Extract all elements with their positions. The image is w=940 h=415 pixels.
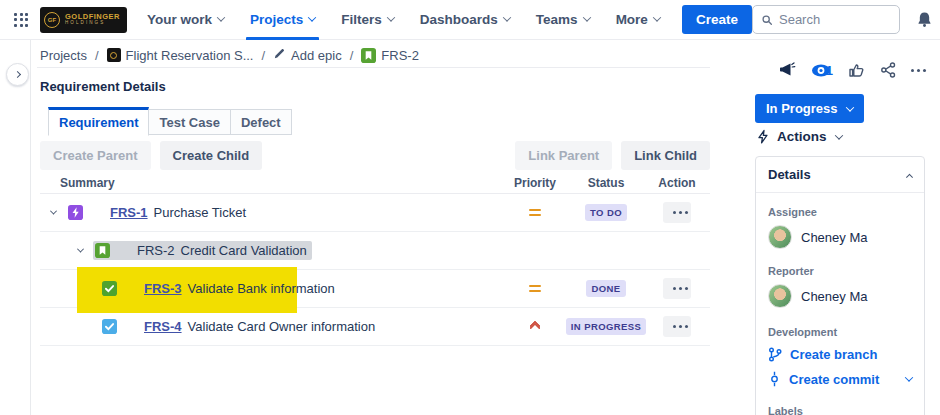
search-input[interactable] (779, 12, 891, 27)
chevron-down-icon (503, 13, 511, 21)
issue-key-link[interactable]: FRS-4 (144, 319, 182, 334)
breadcrumb-item[interactable]: Flight Reservation S... (107, 48, 254, 63)
issue-summary: Purchase Ticket (154, 205, 247, 220)
sidebar-divider (30, 40, 31, 415)
breadcrumb-separator: / (350, 48, 354, 63)
assignee-label: Assignee (768, 206, 912, 218)
breadcrumb-divider (37, 67, 710, 68)
header-summary: Summary (40, 176, 502, 190)
tab-requirement[interactable]: Requirement (48, 107, 149, 136)
breadcrumb-separator: / (95, 48, 99, 63)
feedback-megaphone-icon[interactable] (778, 62, 796, 78)
app-switcher-icon[interactable] (14, 13, 28, 27)
issue-key-link[interactable]: FRS-3 (144, 281, 182, 296)
reporter-label: Reporter (768, 265, 912, 277)
more-options-icon[interactable] (911, 69, 926, 72)
company-logo[interactable]: GF GOLDFINGER HOLDINGS (40, 7, 127, 33)
details-title: Details (768, 167, 811, 182)
nav-item-more[interactable]: More (616, 0, 660, 40)
details-panel: Details Assignee Cheney Ma Reporter Chen… (755, 156, 925, 415)
chevron-up-icon (906, 174, 913, 181)
assignee-avatar (768, 225, 792, 249)
page-title: Requirement Details (40, 79, 166, 94)
chevron-down-icon (834, 131, 842, 139)
chevron-down-icon (387, 13, 395, 21)
chevron-down-icon (217, 13, 225, 21)
tab-bar: Requirement Test Case Defect (48, 107, 292, 135)
tab-defect[interactable]: Defect (231, 109, 292, 135)
epic-icon (68, 205, 83, 220)
story-icon (361, 48, 376, 63)
vote-thumbs-up-icon[interactable] (848, 62, 865, 78)
breadcrumb-item[interactable]: Add epic (273, 47, 342, 63)
create-commit-link[interactable]: Create commit (768, 371, 912, 387)
logo-line2: HOLDINGS (65, 21, 120, 26)
project-avatar-icon (107, 48, 121, 62)
create-branch-link[interactable]: Create branch (768, 347, 912, 362)
row-actions-button[interactable] (663, 278, 691, 299)
task-done-icon (102, 281, 117, 296)
create-button[interactable]: Create (682, 5, 752, 34)
priority-highest-icon (502, 322, 568, 332)
top-navbar: GF GOLDFINGER HOLDINGS Your workProjects… (0, 0, 940, 40)
row-actions-button[interactable] (663, 316, 691, 337)
link-child-button[interactable]: Link Child (621, 141, 710, 170)
status-badge: IN PROGRESS (566, 318, 646, 335)
expand-chevron-icon[interactable] (46, 210, 60, 215)
details-panel-header[interactable]: Details (756, 157, 924, 193)
assignee-name: Cheney Ma (801, 230, 867, 245)
logo-emblem-icon: GF (44, 12, 60, 28)
header-action: Action (644, 176, 710, 190)
breadcrumb: Projects/Flight Reservation S.../Add epi… (40, 46, 419, 64)
development-label: Development (768, 326, 912, 338)
table-row[interactable]: FRS-2 Credit Card Validation (40, 232, 710, 270)
table-header: Summary Priority Status Action (40, 172, 710, 193)
issue-action-icons: 1 (778, 62, 926, 78)
task-icon (102, 319, 117, 334)
expand-chevron-icon[interactable] (73, 248, 87, 253)
chevron-down-icon[interactable] (905, 373, 913, 381)
link-parent-button[interactable]: Link Parent (515, 141, 612, 170)
reporter-avatar (768, 284, 792, 308)
reporter-name: Cheney Ma (801, 289, 867, 304)
table-row[interactable]: FRS-1 Purchase Ticket TO DO (40, 194, 710, 232)
status-badge: TO DO (585, 204, 627, 221)
status-dropdown-button[interactable]: In Progress (755, 94, 864, 123)
priority-medium-icon (502, 209, 568, 217)
tab-test-case[interactable]: Test Case (149, 109, 230, 135)
nav-item-projects[interactable]: Projects (250, 0, 315, 40)
issue-key-link[interactable]: FRS-1 (110, 205, 148, 220)
story-icon (95, 243, 110, 258)
header-priority: Priority (502, 176, 568, 190)
issue-summary: Validate Card Owner information (188, 319, 376, 334)
breadcrumb-item[interactable]: Projects (40, 48, 87, 63)
automation-bolt-icon (756, 129, 770, 144)
search-icon (761, 13, 773, 27)
nav-item-dashboards[interactable]: Dashboards (420, 0, 510, 40)
breadcrumb-separator: / (261, 48, 265, 63)
nav-item-your-work[interactable]: Your work (147, 0, 224, 40)
nav-item-filters[interactable]: Filters (341, 0, 394, 40)
chevron-down-icon (845, 103, 853, 111)
notifications-bell-icon[interactable] (916, 11, 933, 28)
status-badge: DONE (586, 280, 625, 297)
nav-item-teams[interactable]: Teams (536, 0, 590, 40)
commit-icon (768, 371, 781, 387)
header-status: Status (568, 176, 644, 190)
sidebar-expand-button[interactable] (6, 63, 29, 86)
actions-dropdown[interactable]: Actions (756, 129, 842, 144)
issue-toolbar: Create Parent Create Child Link Parent L… (40, 141, 710, 170)
pencil-icon (273, 47, 286, 63)
reporter-field[interactable]: Cheney Ma (768, 284, 912, 308)
chevron-down-icon (653, 13, 661, 21)
search-box[interactable] (752, 5, 900, 34)
share-icon[interactable] (880, 62, 896, 78)
table-row[interactable]: FRS-4 Validate Card Owner information IN… (40, 308, 710, 346)
labels-label: Labels (768, 405, 912, 415)
breadcrumb-item[interactable]: FRS-2 (361, 48, 419, 63)
create-parent-button[interactable]: Create Parent (40, 141, 151, 170)
issue-summary: Validate Bank information (188, 281, 335, 296)
row-actions-button[interactable] (663, 202, 691, 223)
assignee-field[interactable]: Cheney Ma (768, 225, 912, 249)
create-child-button[interactable]: Create Child (160, 141, 263, 170)
